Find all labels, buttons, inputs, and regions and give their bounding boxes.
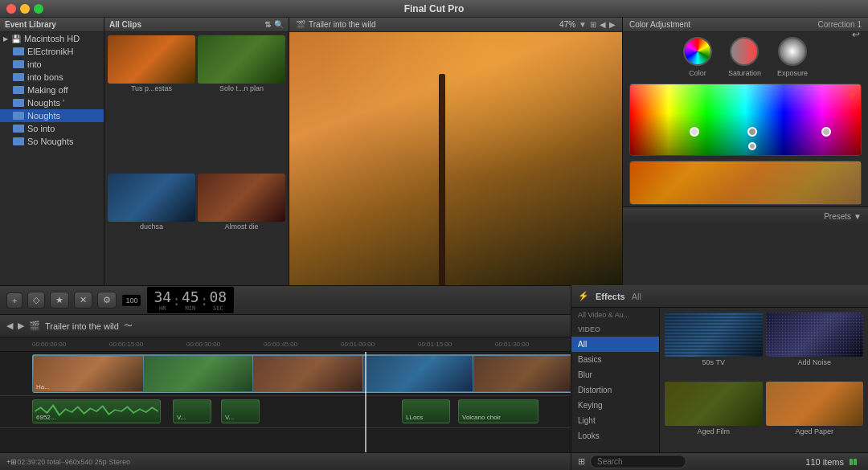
- minimize-button[interactable]: [20, 4, 30, 14]
- sidebar-item-label: Noughts: [27, 111, 60, 121]
- effects-preview-button[interactable]: ⊞: [578, 456, 585, 467]
- effects-cat-blur[interactable]: Blur: [571, 367, 659, 382]
- effects-cat-looks[interactable]: Looks: [571, 428, 659, 443]
- add-clip-button[interactable]: +: [6, 292, 23, 309]
- clip-text-volcano: Volcano choir: [462, 414, 501, 421]
- favorites-button[interactable]: ★: [50, 292, 69, 309]
- gradient-handle-1[interactable]: [690, 127, 699, 137]
- settings-btn[interactable]: ⚙: [97, 292, 117, 309]
- close-button[interactable]: [6, 4, 16, 14]
- ruler-mark-6: 00:01:30:00: [495, 341, 529, 348]
- effects-cat-all[interactable]: All: [571, 337, 659, 352]
- timeline-forward-button[interactable]: ▶: [18, 321, 24, 331]
- effect-item-aged-paper[interactable]: Aged Paper: [766, 382, 864, 448]
- audio-clip-v2[interactable]: V...: [221, 399, 260, 423]
- sidebar-item-into-bons[interactable]: into bons: [0, 71, 104, 84]
- sidebar-item-so-noughts[interactable]: So Noughts: [0, 135, 104, 148]
- sidebar-item-noughts[interactable]: Noughts: [0, 109, 104, 122]
- sidebar-item-making-off[interactable]: Making off: [0, 84, 104, 96]
- ruler-mark-5: 00:01:15:00: [418, 341, 452, 348]
- effects-cat-all-video[interactable]: All Video & Au...: [571, 315, 659, 322]
- color-wheel-icon: [683, 37, 712, 66]
- presets-button[interactable]: Presets ▼: [824, 212, 862, 221]
- gradient-handle-4[interactable]: [748, 142, 756, 150]
- ruler-mark-2: 00:00:30:00: [186, 341, 220, 348]
- speed-indicator: 100: [121, 294, 141, 307]
- timeline-effects-container: ◀ ▶ 🎬 Trailer into the wild 〜 ⇔ ⋮ ⊕ ☰ 00…: [0, 315, 868, 470]
- sidebar-item-so-into[interactable]: So into: [0, 122, 104, 135]
- sidebar-item-label: Noughts ': [27, 98, 64, 108]
- zoom-fit-button[interactable]: ⊞: [590, 20, 596, 29]
- event-library-header: Event Library: [0, 18, 104, 32]
- effect-label-add-noise: Add Noise: [766, 357, 864, 368]
- effects-cat-light[interactable]: Light: [571, 413, 659, 428]
- clip-thumb: [198, 174, 285, 222]
- effects-search-input[interactable]: [590, 455, 686, 468]
- undo-button[interactable]: ↩: [852, 29, 860, 40]
- effect-thumb-50stv: [665, 315, 763, 357]
- sidebar-item-macintosh-hd[interactable]: ▶ 💾 Macintosh HD: [0, 32, 104, 45]
- audio-clip-llocs[interactable]: LLocs: [402, 399, 450, 423]
- sidebar-item-electronikh[interactable]: ElEctronikH: [0, 45, 104, 58]
- clip-label: duchsa: [108, 222, 195, 231]
- vu-meter: [849, 456, 862, 468]
- effects-cat-light-label: Light: [578, 416, 596, 425]
- effects-cat-distortion[interactable]: Distortion: [571, 382, 659, 398]
- film-icon: 🎬: [296, 20, 305, 29]
- effect-label-aged-film: Aged Film: [665, 426, 763, 437]
- clip-text-v1: V...: [177, 414, 186, 421]
- sidebar-item-noughts-apostrophe[interactable]: Noughts ': [0, 96, 104, 109]
- audio-clip-v1[interactable]: V...: [173, 399, 211, 423]
- color-tabs: ↩ Color Saturation Exposure: [623, 32, 868, 80]
- effect-item-aged-film[interactable]: Aged Film: [665, 382, 763, 448]
- effect-item-50stv[interactable]: 50s TV: [665, 315, 763, 378]
- clip-item-1[interactable]: Solo t...n plan: [198, 35, 285, 171]
- tc-hr-group: 34 HR: [154, 288, 171, 312]
- tc-hr-value: 34: [154, 288, 171, 305]
- vu-bar-2: [854, 459, 857, 465]
- waveform-icon[interactable]: 〜: [124, 320, 133, 332]
- sidebar-item-into[interactable]: into: [0, 58, 104, 71]
- film-reel-icon: 🎬: [29, 321, 40, 331]
- audio-clip-6952[interactable]: 6952...: [32, 399, 161, 423]
- sort-icon[interactable]: ⇅: [264, 20, 271, 29]
- color-tab-color[interactable]: Color: [683, 37, 712, 77]
- color-tab-exposure-label: Exposure: [777, 69, 808, 77]
- forward-button[interactable]: ▶: [609, 20, 616, 29]
- speed-value: 100: [125, 296, 137, 304]
- event-icon: [13, 86, 24, 94]
- timeline-back-button[interactable]: ◀: [6, 321, 13, 331]
- zoom-dropdown-icon[interactable]: ▼: [579, 20, 587, 29]
- media-browser-button[interactable]: ⊞: [10, 458, 17, 466]
- back-button[interactable]: ◀: [600, 20, 606, 29]
- effects-cat-all-label: All: [578, 340, 587, 349]
- event-icon: [13, 73, 24, 81]
- add-node-button[interactable]: +: [849, 88, 856, 102]
- fullscreen-button[interactable]: [34, 4, 43, 14]
- preview-title: Trailer into the wild: [309, 20, 376, 29]
- color-tab-exposure[interactable]: Exposure: [777, 37, 808, 77]
- clip-thumb: [108, 35, 195, 84]
- tc-sec-value: 08: [210, 288, 227, 305]
- gradient-overlay: [630, 84, 861, 155]
- audio-clip-volcano[interactable]: Volcano choir: [458, 399, 538, 423]
- effects-cat-basics[interactable]: Basics: [571, 352, 659, 367]
- clip-text-v2: V...: [225, 414, 234, 421]
- zoom-level: 47%: [559, 20, 575, 29]
- reject-button[interactable]: ✕: [74, 292, 92, 309]
- gradient-handle-3[interactable]: [821, 127, 831, 137]
- sidebar-item-label: So into: [27, 124, 55, 133]
- search-icon[interactable]: 🔍: [274, 20, 284, 29]
- gradient-handle-2[interactable]: [747, 127, 757, 137]
- exposure-icon: [778, 37, 807, 66]
- color-gradient2: [629, 161, 862, 205]
- color-tab-saturation[interactable]: Saturation: [728, 37, 761, 77]
- clip-thumb: [198, 35, 285, 84]
- effects-count: 110 items: [805, 457, 844, 467]
- effect-item-add-noise[interactable]: Add Noise: [766, 315, 864, 378]
- vu-bar-1: [850, 459, 853, 465]
- playhead: [365, 352, 366, 452]
- clip-item-0[interactable]: Tus p...estas: [108, 35, 195, 171]
- mark-button[interactable]: ◇: [27, 292, 45, 309]
- effects-cat-keying[interactable]: Keying: [571, 398, 659, 413]
